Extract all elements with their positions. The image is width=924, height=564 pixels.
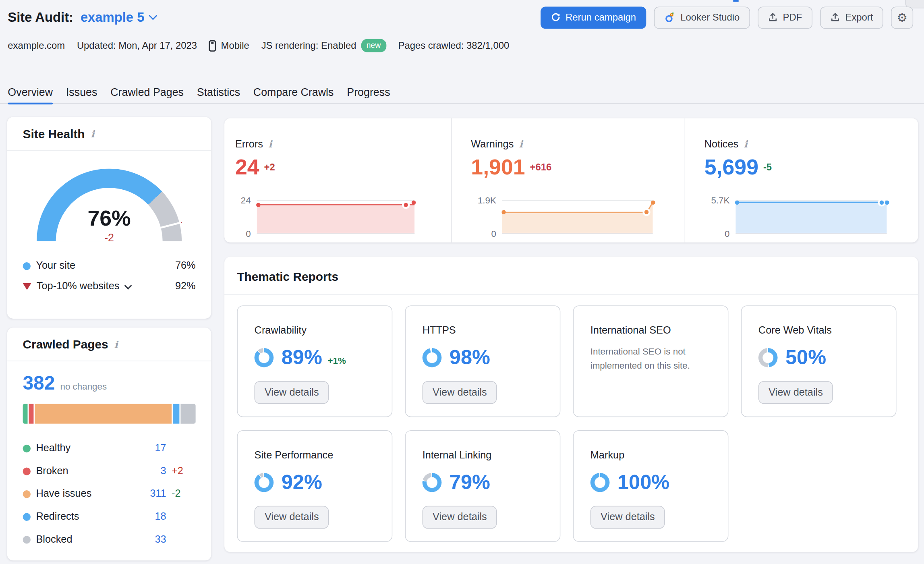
data-point (404, 203, 408, 207)
report-title: Crawlability (255, 325, 375, 337)
bar-segment-issues[interactable] (35, 404, 172, 424)
info-icon[interactable]: i (519, 140, 523, 149)
healthy-count[interactable]: 17 (140, 442, 166, 454)
errors-title-row: Errors i (235, 139, 451, 151)
notices-y-axis: 5.7K 0 (704, 195, 735, 239)
warnings-count: 1,901 (471, 155, 525, 180)
have-issues-dot-icon (23, 490, 31, 498)
benchmark-triangle-icon (23, 283, 31, 289)
info-icon[interactable]: i (91, 129, 94, 139)
header-buttons: Rerun campaign Looker Studio PDF (541, 6, 914, 29)
settings-button[interactable]: ⚙ (891, 6, 913, 29)
refresh-icon (551, 12, 560, 22)
pdf-button[interactable]: PDF (758, 6, 812, 29)
bar-segment-blocked[interactable] (180, 404, 195, 424)
info-icon[interactable]: i (268, 140, 272, 149)
report-message: International SEO is not implemented on … (590, 345, 711, 372)
your-site-dot-icon (23, 262, 31, 270)
gear-icon: ⚙ (897, 10, 907, 25)
info-icon[interactable]: i (114, 340, 118, 350)
have-issues-count[interactable]: 311 (140, 488, 166, 500)
project-name[interactable]: example 5 (81, 10, 145, 25)
broken-count[interactable]: 3 (140, 465, 166, 477)
looker-studio-button[interactable]: Looker Studio (654, 6, 750, 29)
crawled-note: no changes (60, 381, 107, 391)
project-selector[interactable]: example 5 (81, 10, 156, 25)
blocked-count[interactable]: 33 (140, 533, 166, 545)
export-label: Export (845, 12, 873, 23)
blocked-label: Blocked (36, 533, 72, 545)
report-card-https: HTTPS 98% View details (405, 305, 560, 417)
notices-value-row: 5,699 -5 (704, 155, 918, 180)
redirects-label: Redirects (36, 511, 79, 523)
warnings-title-row: Warnings i (471, 139, 684, 151)
data-point (256, 203, 260, 207)
warnings-chart: 1.9K 0 (471, 201, 684, 239)
rerun-campaign-button[interactable]: Rerun campaign (541, 6, 646, 29)
issues-summary-card: Errors i 24 +2 24 0 (224, 118, 918, 242)
data-point (651, 200, 655, 204)
redirects-count[interactable]: 18 (140, 511, 166, 523)
campaign-meta: example.com Updated: Mon, Apr 17, 2023 M… (8, 38, 509, 53)
report-title: Markup (590, 450, 711, 462)
site-health-title: Site Health (23, 127, 85, 141)
report-score-row: 79% (423, 471, 543, 494)
report-title: International SEO (590, 325, 711, 337)
thematic-grid: Crawlability 89% +1% View details HTTPS … (224, 294, 918, 542)
errors-panel: Errors i 24 +2 24 0 (224, 118, 451, 242)
errors-y-axis: 24 0 (235, 195, 257, 239)
view-details-button[interactable]: View details (423, 381, 497, 404)
benchmark-label: Top-10% websites (37, 280, 120, 292)
tab-overview[interactable]: Overview (8, 82, 53, 104)
report-title: Internal Linking (423, 450, 543, 462)
site-health-header: Site Health i (7, 117, 211, 150)
device-type: Mobile (209, 40, 249, 51)
site-audit-dashboard: Site Audit: example 5 Rerun campaign (0, 0, 924, 564)
site-health-gauge: 76% -2 (37, 169, 182, 241)
upload-icon (768, 12, 777, 22)
site-health-card: Site Health i 76% -2 Your site 76% Top-1… (7, 117, 211, 319)
errors-title: Errors (235, 139, 263, 151)
notices-sparkline (735, 201, 887, 234)
thematic-reports-header: Thematic Reports (224, 257, 918, 295)
legend-row-healthy: Healthy 17 (23, 439, 196, 457)
gauge-score: 76% -2 (37, 206, 182, 241)
updated-date: Updated: Mon, Apr 17, 2023 (77, 40, 197, 51)
warnings-y-axis: 1.9K 0 (471, 195, 502, 239)
chevron-down-icon (149, 11, 157, 20)
donut-chart (255, 348, 274, 367)
legend-row-have-issues: Have issues 311 -2 (23, 485, 196, 503)
tab-statistics[interactable]: Statistics (197, 82, 240, 104)
errors-value-row: 24 +2 (235, 155, 451, 180)
view-details-button[interactable]: View details (758, 381, 833, 404)
page-title: Site Audit: (8, 10, 73, 25)
chevron-down-icon[interactable] (124, 282, 132, 289)
bar-segment-redirects[interactable] (172, 404, 179, 424)
view-details-button[interactable]: View details (590, 506, 665, 529)
warnings-delta: +616 (530, 162, 551, 173)
bar-segment-broken[interactable] (29, 404, 33, 424)
export-button[interactable]: Export (820, 6, 883, 29)
notices-panel: Notices i 5,699 -5 5.7K 0 (685, 118, 918, 242)
errors-chart: 24 0 (235, 201, 451, 239)
report-delta: +1% (327, 355, 346, 365)
report-card-site-performance: Site Performance 92% View details (237, 430, 392, 542)
redirects-dot-icon (23, 513, 31, 520)
tab-crawled-pages[interactable]: Crawled Pages (110, 82, 184, 104)
tab-bar: Overview Issues Crawled Pages Statistics… (0, 82, 924, 104)
tab-compare-crawls[interactable]: Compare Crawls (253, 82, 334, 104)
your-site-label: Your site (36, 260, 75, 272)
tab-progress[interactable]: Progress (347, 82, 390, 104)
view-details-button[interactable]: View details (255, 506, 329, 529)
tab-issues[interactable]: Issues (66, 82, 97, 104)
report-percent: 98% (450, 346, 490, 369)
crawled-total-row: 382 no changes (23, 372, 196, 394)
looker-studio-label: Looker Studio (680, 12, 740, 23)
info-icon[interactable]: i (744, 140, 748, 149)
bar-segment-healthy[interactable] (23, 404, 28, 424)
data-point (735, 200, 739, 204)
pdf-label: PDF (783, 12, 802, 23)
view-details-button[interactable]: View details (255, 381, 329, 404)
report-percent: 89% (282, 346, 322, 369)
view-details-button[interactable]: View details (423, 506, 497, 529)
